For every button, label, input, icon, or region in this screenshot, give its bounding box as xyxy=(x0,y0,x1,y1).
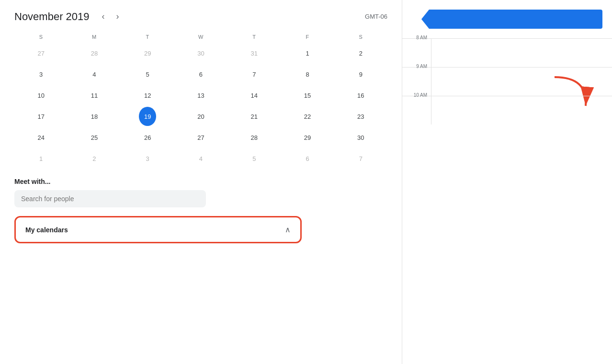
calendar-day[interactable]: 14 xyxy=(246,86,263,105)
time-content-9am xyxy=(431,68,612,96)
prev-month-button[interactable]: ‹ xyxy=(99,10,108,23)
calendar-day[interactable]: 11 xyxy=(86,86,103,105)
calendar-day[interactable]: 28 xyxy=(86,44,103,63)
my-calendars-title: My calendars xyxy=(25,226,68,234)
calendar-day[interactable]: 10 xyxy=(33,86,50,105)
dow-header: T xyxy=(121,31,174,43)
calendar-day[interactable]: 22 xyxy=(299,107,316,126)
calendar-day[interactable]: 6 xyxy=(192,65,209,84)
dow-headers: SMTWTFS xyxy=(14,31,387,43)
dow-header: S xyxy=(334,31,387,43)
calendar-day[interactable]: 1 xyxy=(33,149,50,168)
dow-header: S xyxy=(14,31,68,43)
dow-header: T xyxy=(227,31,281,43)
calendar-day[interactable]: 9 xyxy=(352,65,369,84)
calendar-day[interactable]: 27 xyxy=(192,128,209,147)
calendar-day[interactable]: 28 xyxy=(246,128,263,147)
calendar-day[interactable]: 4 xyxy=(192,149,209,168)
calendar-day[interactable]: 21 xyxy=(246,107,263,126)
my-calendars-chevron-icon: ∧ xyxy=(285,225,291,234)
calendar-day[interactable]: 2 xyxy=(86,149,103,168)
dow-header: F xyxy=(281,31,334,43)
calendar-day[interactable]: 31 xyxy=(246,44,263,63)
calendar-day[interactable]: 30 xyxy=(192,44,209,63)
time-row-9am: 9 AM xyxy=(402,67,612,96)
calendar-header: November 2019 ‹ › GMT-06 xyxy=(14,10,387,23)
calendar-day[interactable]: 24 xyxy=(33,128,50,147)
calendar-day[interactable]: 19 xyxy=(139,107,156,126)
time-label-9am: 9 AM xyxy=(402,64,431,69)
calendar-day[interactable]: 29 xyxy=(299,128,316,147)
calendar-day[interactable]: 7 xyxy=(352,149,369,168)
time-grid: 8 AM 9 AM 10 AM xyxy=(402,38,612,364)
meet-with-title: Meet with... xyxy=(14,178,387,185)
calendar-day[interactable]: 25 xyxy=(86,128,103,147)
calendar-day[interactable]: 26 xyxy=(139,128,156,147)
main-panel: 8 AM 9 AM 10 AM xyxy=(402,0,612,364)
time-label-10am: 10 AM xyxy=(402,92,431,98)
search-people-input[interactable] xyxy=(14,190,206,207)
calendar-day[interactable]: 7 xyxy=(246,65,263,84)
calendar-day[interactable]: 16 xyxy=(352,86,369,105)
meet-with-section: Meet with... xyxy=(14,178,387,207)
time-content-10am xyxy=(431,96,612,125)
calendar-day[interactable]: 29 xyxy=(139,44,156,63)
calendar-day[interactable]: 8 xyxy=(299,65,316,84)
calendar-day[interactable]: 18 xyxy=(86,107,103,126)
calendar-day[interactable]: 2 xyxy=(352,44,369,63)
calendar-day[interactable]: 1 xyxy=(299,44,316,63)
calendar-day[interactable]: 12 xyxy=(139,86,156,105)
calendar-day[interactable]: 3 xyxy=(139,149,156,168)
time-label-8am: 8 AM xyxy=(402,35,431,40)
calendar-day[interactable]: 27 xyxy=(33,44,50,63)
next-month-button[interactable]: › xyxy=(113,10,122,23)
event-bar[interactable] xyxy=(421,10,602,29)
calendar-day[interactable]: 13 xyxy=(192,86,209,105)
calendar-day[interactable]: 3 xyxy=(33,65,50,84)
calendar-day[interactable]: 5 xyxy=(246,149,263,168)
calendar-day[interactable]: 15 xyxy=(299,86,316,105)
calendar-day[interactable]: 5 xyxy=(139,65,156,84)
dow-header: M xyxy=(68,31,121,43)
calendar-grid: 2728293031123456789101112131415161718192… xyxy=(14,43,387,169)
dow-header: W xyxy=(174,31,227,43)
calendar-day[interactable]: 20 xyxy=(192,107,209,126)
calendar-title: November 2019 xyxy=(14,11,90,23)
calendar-day[interactable]: 30 xyxy=(352,128,369,147)
time-row-10am: 10 AM xyxy=(402,96,612,125)
time-row-8am: 8 AM xyxy=(402,38,612,67)
calendar-day[interactable]: 17 xyxy=(33,107,50,126)
calendar-day[interactable]: 23 xyxy=(352,107,369,126)
calendar-day[interactable]: 4 xyxy=(86,65,103,84)
timezone-label: GMT-06 xyxy=(365,13,387,20)
calendar-day[interactable]: 6 xyxy=(299,149,316,168)
my-calendars-section[interactable]: My calendars ∧ xyxy=(14,216,302,243)
time-content-8am xyxy=(431,39,612,67)
sidebar: November 2019 ‹ › GMT-06 SMTWTFS 2728293… xyxy=(0,0,402,364)
